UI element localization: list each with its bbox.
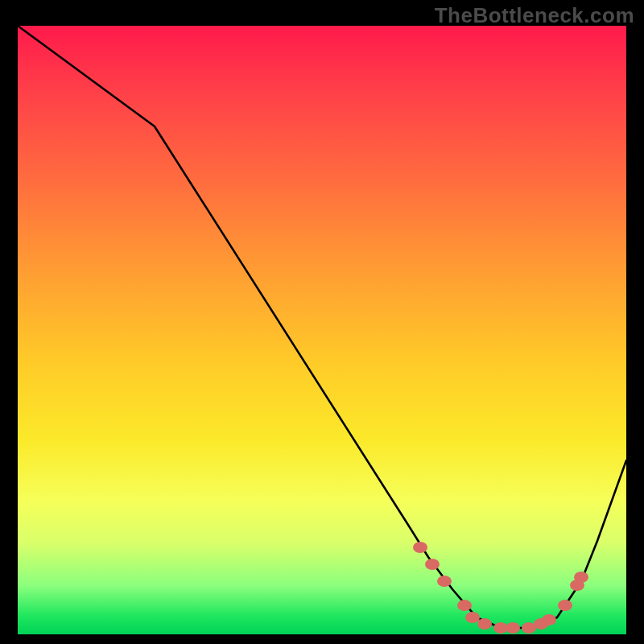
curve-marker [465,612,480,623]
curve-marker [457,600,472,611]
markers-group [413,542,588,634]
bottleneck-curve [18,26,626,628]
chart-frame: TheBottleneck.com [0,0,644,644]
curve-marker [425,559,440,570]
curve-marker [506,622,520,634]
curve-marker [413,542,427,553]
curve-marker [558,600,572,611]
curve-marker [477,618,492,630]
curve-marker [574,572,588,583]
curve-marker [542,614,556,625]
curve-svg [18,26,626,634]
watermark-text: TheBottleneck.com [435,3,634,28]
curve-marker [437,576,452,587]
plot-area [18,26,626,634]
